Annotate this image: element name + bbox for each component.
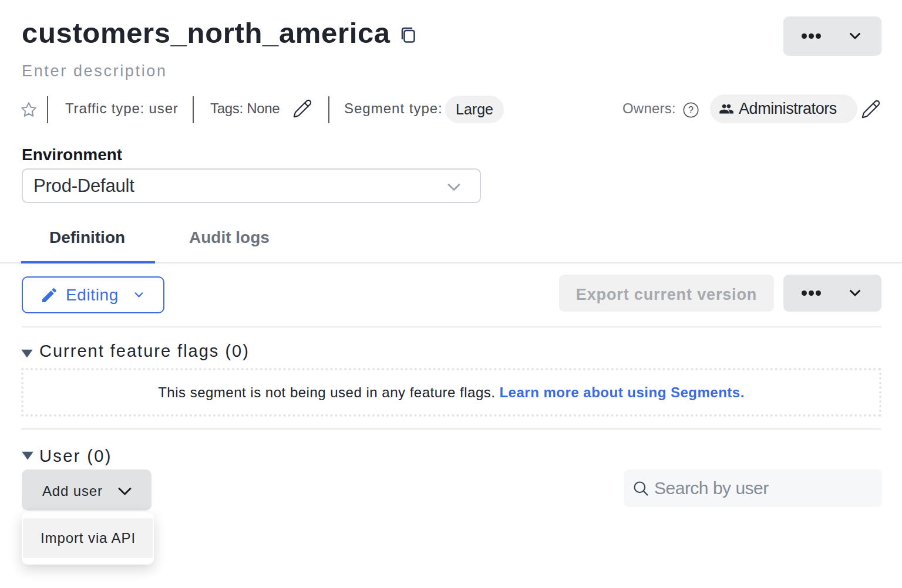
svg-text:?: ?	[688, 105, 694, 115]
